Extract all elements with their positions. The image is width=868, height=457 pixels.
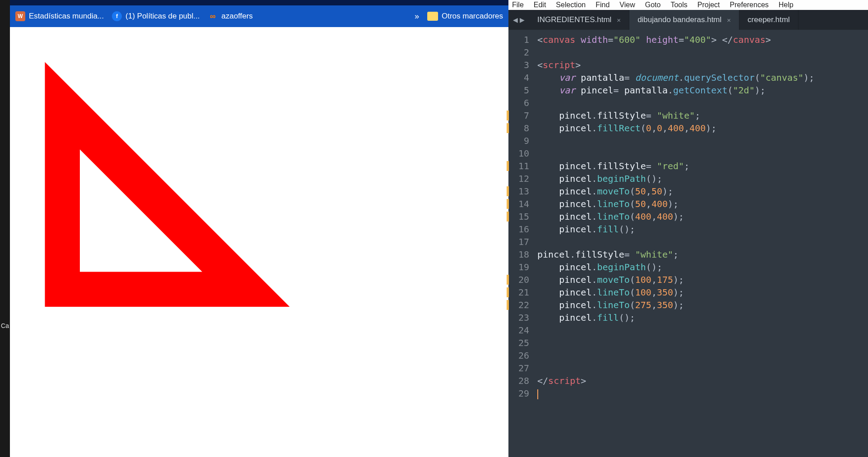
line-number: 14 [508, 198, 529, 210]
code-line[interactable] [537, 362, 868, 374]
os-sidebar-peek: Ca [0, 0, 10, 457]
line-number: 20 [508, 273, 529, 286]
code-line[interactable]: pincel.fillStyle= "red"; [537, 160, 868, 172]
code-line[interactable] [537, 324, 868, 337]
line-number: 8 [508, 122, 529, 134]
browser-window: W Estadísticas mundia... f (1) Políticas… [10, 0, 508, 457]
line-number: 27 [508, 362, 529, 374]
menu-project[interactable]: Project [697, 1, 720, 9]
line-number: 5 [508, 84, 529, 97]
code-line[interactable] [537, 349, 868, 362]
menu-preferences[interactable]: Preferences [730, 1, 769, 9]
code-line[interactable]: pincel.fillStyle= "white"; [537, 248, 868, 261]
line-number: 16 [508, 223, 529, 235]
facebook-icon: f [112, 11, 122, 21]
bookmark-label: azaoffers [222, 12, 253, 21]
code-line[interactable]: pincel.lineTo(400,400); [537, 210, 868, 223]
code-area[interactable]: 1234567891011121314151617181920212223242… [508, 30, 868, 457]
bookmarks-bar: W Estadísticas mundia... f (1) Políticas… [10, 5, 508, 27]
menu-tools[interactable]: Tools [670, 1, 687, 9]
folder-icon [427, 12, 438, 21]
line-number: 26 [508, 349, 529, 362]
tab-1[interactable]: dibujando banderas.html× [629, 10, 739, 30]
bookmark-item-2[interactable]: ∞ azaoffers [208, 11, 253, 21]
tab-label: dibujando banderas.html [637, 15, 721, 24]
code-line[interactable]: <script> [537, 59, 868, 71]
line-number: 29 [508, 387, 529, 400]
bookmark-item-0[interactable]: W Estadísticas mundia... [15, 11, 104, 21]
line-number: 17 [508, 235, 529, 248]
line-number: 22 [508, 299, 529, 311]
line-number: 2 [508, 46, 529, 59]
tab-0[interactable]: INGREDIENTES.html× [529, 10, 629, 30]
tab-label: INGREDIENTES.html [537, 15, 611, 24]
line-number: 6 [508, 97, 529, 109]
other-bookmarks-button[interactable]: Otros marcadores [427, 12, 503, 21]
other-bookmarks-label: Otros marcadores [442, 12, 503, 21]
code-line[interactable]: </script> [537, 374, 868, 387]
menu-find[interactable]: Find [596, 1, 609, 9]
menu-bar: File Edit Selection Find View Goto Tools… [508, 0, 868, 10]
bookmark-label: (1) Políticas de publ... [125, 12, 199, 21]
tab-2[interactable]: creeper.html [739, 10, 799, 30]
code-line[interactable]: pincel.fillRect(0,0,400,400); [537, 122, 868, 134]
code-line[interactable]: pincel.lineTo(50,400); [537, 198, 868, 210]
line-number: 24 [508, 324, 529, 337]
code-line[interactable]: pincel.beginPath(); [537, 261, 868, 273]
line-number: 18 [508, 248, 529, 261]
code-line[interactable]: pincel.fill(); [537, 311, 868, 324]
tab-bar: ◀ ▶ INGREDIENTES.html×dibujando banderas… [508, 10, 868, 30]
menu-goto[interactable]: Goto [645, 1, 661, 9]
code-text[interactable]: <canvas width="600" height="400"> </canv… [534, 30, 868, 457]
line-number: 4 [508, 71, 529, 84]
code-line[interactable] [537, 97, 868, 109]
line-number: 11 [508, 160, 529, 172]
bookmark-label: Estadísticas mundia... [29, 12, 104, 21]
bookmark-favicon-icon: W [15, 11, 25, 21]
menu-view[interactable]: View [619, 1, 635, 9]
menu-help[interactable]: Help [779, 1, 794, 9]
line-number-gutter: 1234567891011121314151617181920212223242… [508, 30, 534, 457]
line-number: 28 [508, 374, 529, 387]
line-number: 15 [508, 210, 529, 223]
code-line[interactable]: pincel.beginPath(); [537, 172, 868, 185]
code-line[interactable] [537, 387, 868, 400]
tab-history-nav[interactable]: ◀ ▶ [508, 10, 529, 30]
close-icon[interactable]: × [617, 16, 621, 24]
line-number: 25 [508, 337, 529, 349]
code-line[interactable]: <canvas width="600" height="400"> </canv… [537, 33, 868, 46]
code-line[interactable]: var pincel= pantalla.getContext("2d"); [537, 84, 868, 97]
line-number: 1 [508, 33, 529, 46]
line-number: 12 [508, 172, 529, 185]
page-viewport [10, 27, 508, 457]
code-line[interactable]: pincel.fill(); [537, 223, 868, 235]
code-line[interactable] [537, 46, 868, 59]
code-line[interactable]: pincel.moveTo(50,50); [537, 185, 868, 198]
code-line[interactable]: pincel.lineTo(100,350); [537, 286, 868, 299]
code-line[interactable]: pincel.lineTo(275,350); [537, 299, 868, 311]
code-line[interactable] [537, 337, 868, 349]
tab-history-arrows: ◀ ▶ [513, 16, 525, 23]
bookmarks-overflow-button[interactable]: » [415, 12, 419, 21]
rendered-canvas [10, 27, 429, 307]
sidebar-peek-text: Ca [1, 322, 9, 329]
menu-selection[interactable]: Selection [556, 1, 586, 9]
code-line[interactable] [537, 134, 868, 147]
line-number: 10 [508, 147, 529, 160]
close-icon[interactable]: × [727, 16, 731, 24]
menu-file[interactable]: File [512, 1, 524, 9]
code-line[interactable]: pincel.fillStyle= "white"; [537, 109, 868, 122]
line-number: 23 [508, 311, 529, 324]
browser-toolbar-edge [10, 0, 508, 5]
code-line[interactable]: var pantalla= document.querySelector("ca… [537, 71, 868, 84]
line-number: 21 [508, 286, 529, 299]
line-number: 7 [508, 109, 529, 122]
code-editor: File Edit Selection Find View Goto Tools… [508, 0, 868, 457]
line-number: 9 [508, 134, 529, 147]
menu-edit[interactable]: Edit [534, 1, 546, 9]
line-number: 13 [508, 185, 529, 198]
code-line[interactable] [537, 147, 868, 160]
code-line[interactable] [537, 235, 868, 248]
bookmark-item-1[interactable]: f (1) Políticas de publ... [112, 11, 199, 21]
code-line[interactable]: pincel.moveTo(100,175); [537, 273, 868, 286]
